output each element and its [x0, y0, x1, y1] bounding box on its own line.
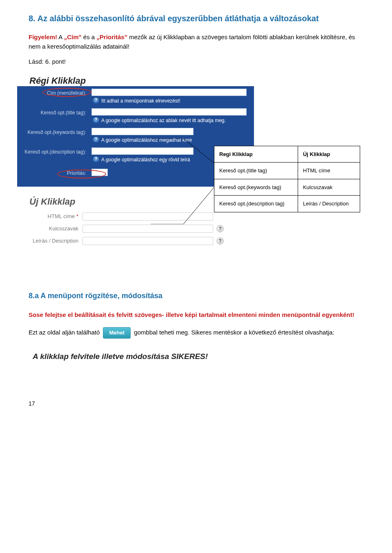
section-8a-title: 8.a A menüpont rögzítése, módosítása [29, 290, 363, 301]
old-row-3-label: Kereső opt.(description tag): [17, 148, 89, 156]
old-row-1-input[interactable] [91, 108, 247, 116]
success-message: A klikklap felvitele illetve módosítása … [33, 351, 363, 363]
mehet-button[interactable]: Mehet [103, 327, 131, 339]
warning-text: Sose felejtse el beállításait és felvitt… [29, 310, 363, 320]
new-row-2-label: Leírás / Description [17, 237, 82, 245]
mapping-1-old: Kereső opt.(keywords tag) [214, 179, 298, 196]
new-row-1-input[interactable] [82, 225, 213, 233]
para-p1: Ezt az oldal alján található [29, 329, 100, 336]
intro-cim: „Cím" [64, 33, 82, 40]
new-row-1-label: Kulcsszavak [17, 225, 82, 233]
old-row-2-help: A google optimalizáláshoz megadhat kere [101, 136, 192, 144]
new-row-0: HTML címe * [17, 212, 254, 221]
intro-t2: és a [82, 33, 97, 40]
old-row-1-help: A google optimalizáláshoz az ablak nevét… [101, 117, 226, 124]
mapping-table: Regi Klikklap Új Klikklap Kereső opt.(ti… [214, 146, 360, 212]
help-icon[interactable]: ? [93, 156, 99, 162]
old-row-3-input[interactable] [91, 147, 194, 155]
section-8-title: 8. Az alábbi összehasonlító ábrával egys… [29, 12, 363, 25]
comparison-figure: Régi Klikklap Cím (menüfelirat): ? Itt a… [17, 74, 352, 266]
new-row-0-label: HTML címe [48, 213, 75, 219]
old-panel-title: Régi Klikklap [29, 74, 86, 87]
mapping-1-new: Kulcsszavak [298, 179, 360, 196]
see-reference: Lásd: 6. pont! [29, 57, 363, 67]
old-row-0-label: Cím (menüfelirat): [17, 89, 89, 97]
intro-t1: A [57, 33, 64, 40]
mapping-0-old: Kereső opt.(title tag) [214, 163, 298, 179]
intro-prioritas: „Prioritás" [96, 33, 127, 40]
mapping-2-new: Leírás / Description [298, 196, 360, 212]
para-p2: gombbal teheti meg. Sikeres mentéskor a … [134, 329, 334, 336]
old-prioritas-input[interactable] [91, 169, 108, 176]
help-icon[interactable]: ? [216, 225, 224, 232]
new-row-1: Kulcsszavak ? [17, 225, 254, 233]
mapping-head-old: Regi Klikklap [214, 146, 298, 163]
mapping-head-new: Új Klikklap [298, 146, 360, 163]
old-row-2-input[interactable] [91, 128, 194, 135]
mapping-0-new: HTML címe [298, 163, 360, 179]
intro-figyelem: Figyelem! [29, 33, 57, 40]
old-row-0-input[interactable] [91, 89, 247, 96]
old-row-2-label: Kereső opt.(keywords tag): [17, 129, 89, 136]
page-number: 17 [29, 399, 363, 408]
new-row-2-input[interactable] [82, 237, 213, 245]
old-prioritas-label: Prioritás: [17, 169, 89, 177]
help-icon[interactable]: ? [93, 137, 99, 143]
new-row-2: Leírás / Description ? [17, 237, 254, 245]
old-row-3-help: A google optimalizáláshoz egy rövid leír… [101, 156, 190, 163]
help-icon[interactable]: ? [93, 98, 99, 103]
instruction-paragraph: Ezt az oldal alján található Mehet gombb… [29, 327, 363, 339]
required-asterisk: * [76, 213, 78, 219]
old-row-1-label: Kereső opt.(title tag): [17, 109, 89, 116]
help-icon[interactable]: ? [216, 237, 224, 245]
mapping-callout: Regi Klikklap Új Klikklap Kereső opt.(ti… [214, 146, 360, 212]
mapping-2-old: Kereső opt.(description tag) [214, 196, 298, 212]
new-row-0-input[interactable] [82, 212, 213, 221]
intro-paragraph: Figyelem! A „Cím" és a „Prioritás" mezők… [29, 33, 363, 51]
help-icon[interactable]: ? [93, 117, 99, 123]
old-row-0-help: Itt adhat a menüpontnak elnevezést! [101, 97, 180, 105]
